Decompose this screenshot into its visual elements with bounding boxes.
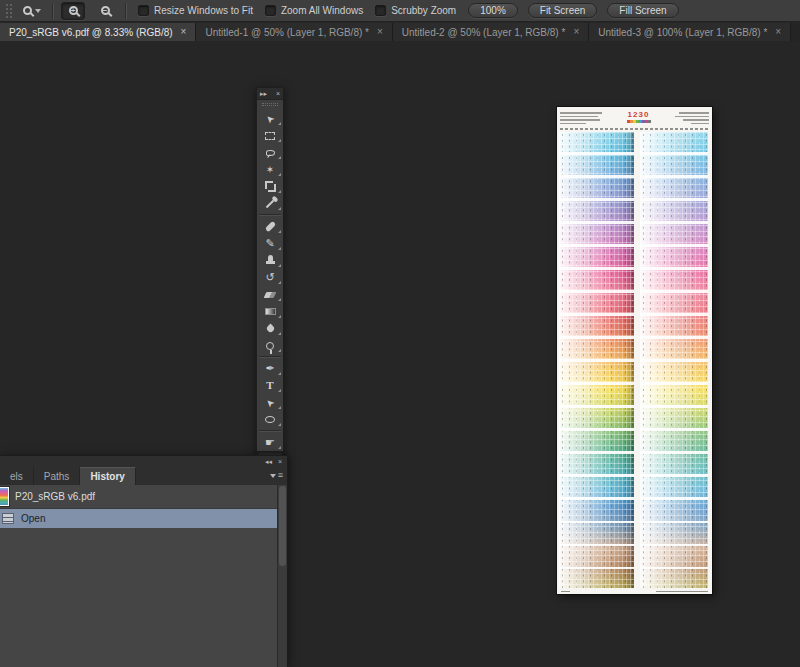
history-state-row[interactable]: Open — [0, 509, 277, 528]
tool-list: ➤✶✎↺✒T➤☛ — [257, 108, 283, 471]
zoom-all-windows-checkbox[interactable] — [265, 5, 276, 16]
lasso-tool-icon — [266, 150, 275, 156]
close-panel-icon[interactable]: × — [276, 90, 280, 97]
close-tab-icon[interactable]: × — [775, 27, 781, 37]
gradient-tool-icon — [265, 308, 276, 315]
blur-tool[interactable] — [257, 320, 283, 337]
dodge-tool[interactable] — [257, 337, 283, 354]
document-page-color-chart[interactable]: 1230 — [557, 107, 712, 594]
document-tab-bar: P20_sRGB v6.pdf @ 8.33% (RGB/8)×Untitled… — [0, 23, 800, 41]
tools-panel-header: ▸▸ × — [257, 88, 283, 100]
document-tab-2[interactable]: Untitled-2 @ 50% (Layer 1, RGB/8) *× — [393, 23, 589, 41]
eraser-tool[interactable] — [257, 286, 283, 303]
document-tab-title: P20_sRGB v6.pdf @ 8.33% (RGB/8) — [9, 27, 173, 38]
zoom-in-icon: + — [69, 6, 78, 15]
panel-tab-history[interactable]: History — [80, 467, 135, 485]
snapshot-thumbnail — [0, 487, 9, 506]
chart-logo-text: 1230 — [628, 111, 650, 119]
close-tab-icon[interactable]: × — [181, 27, 187, 37]
close-panel-icon[interactable]: × — [278, 458, 282, 465]
tools-panel-grip[interactable] — [257, 100, 283, 108]
close-tab-icon[interactable]: × — [573, 27, 579, 37]
separator — [52, 3, 53, 19]
document-tab-title: Untitled-2 @ 50% (Layer 1, RGB/8) * — [402, 27, 566, 38]
scrubby-zoom-checkbox[interactable] — [375, 5, 386, 16]
document-tab-3[interactable]: Untitled-3 @ 100% (Layer 1, RGB/8) *× — [589, 23, 791, 41]
resize-windows-checkbox[interactable] — [138, 5, 149, 16]
document-tab-title: Untitled-3 @ 100% (Layer 1, RGB/8) * — [598, 27, 767, 38]
crop-tool-icon — [266, 182, 275, 191]
collapse-panel-icon[interactable]: ▸▸ — [260, 90, 267, 97]
panel-menu-icon[interactable]: ≡ — [270, 471, 283, 480]
lasso-tool[interactable] — [257, 144, 283, 161]
header-microtext-right — [675, 110, 709, 127]
scrubby-zoom-checkbox-group: Scrubby Zoom — [375, 5, 456, 16]
zoom-100-button[interactable]: 100% — [468, 3, 518, 18]
gradient-tool[interactable] — [257, 303, 283, 320]
pen-tool-icon: ✒ — [265, 363, 274, 374]
type-tool-icon: T — [266, 380, 273, 391]
document-tab-1[interactable]: Untitled-1 @ 50% (Layer 1, RGB/8) *× — [196, 23, 392, 41]
collapse-panel-icon[interactable]: ◂◂ — [265, 458, 272, 465]
history-brush-tool[interactable]: ↺ — [257, 269, 283, 286]
panel-tab-els[interactable]: els — [0, 467, 34, 485]
healing-brush-tool[interactable] — [257, 218, 283, 235]
eyedropper-tool-icon — [266, 199, 274, 207]
marquee-tool-icon — [265, 132, 275, 140]
clone-stamp-tool-icon — [266, 261, 275, 264]
swatch-grid-area — [557, 132, 712, 588]
path-selection-tool-icon: ➤ — [263, 396, 276, 409]
chart-column-header-row — [560, 128, 709, 130]
eyedropper-tool[interactable] — [257, 195, 283, 212]
chart-logo: 1230 — [627, 110, 651, 127]
clone-stamp-tool[interactable] — [257, 252, 283, 269]
hand-tool-icon: ☛ — [265, 437, 275, 448]
zoom-out-button[interactable]: − — [93, 2, 117, 20]
magic-wand-tool[interactable]: ✶ — [257, 161, 283, 178]
pen-tool[interactable]: ✒ — [257, 360, 283, 377]
document-tab-0[interactable]: P20_sRGB v6.pdf @ 8.33% (RGB/8)× — [0, 23, 196, 41]
history-scrollbar[interactable] — [277, 485, 287, 667]
scrollbar-thumb[interactable] — [279, 486, 286, 566]
hand-tool[interactable]: ☛ — [257, 434, 283, 451]
panel-tab-paths[interactable]: Paths — [34, 467, 81, 485]
scrubby-zoom-label: Scrubby Zoom — [391, 5, 456, 16]
options-bar: + − Resize Windows to Fit Zoom All Windo… — [0, 0, 800, 22]
move-tool[interactable]: ➤ — [257, 110, 283, 127]
path-selection-tool[interactable]: ➤ — [257, 394, 283, 411]
healing-brush-tool-icon — [264, 221, 275, 232]
close-tab-icon[interactable]: × — [377, 27, 383, 37]
photoshop-window: + − Resize Windows to Fit Zoom All Windo… — [0, 0, 800, 667]
fill-screen-button[interactable]: Fill Screen — [607, 3, 678, 18]
zoom-tool-preset[interactable] — [20, 4, 44, 17]
document-tab-title: Untitled-1 @ 50% (Layer 1, RGB/8) * — [205, 27, 369, 38]
brush-tool[interactable]: ✎ — [257, 235, 283, 252]
history-panel-body: P20_sRGB v6.pdf Open — [0, 485, 277, 667]
type-tool[interactable]: T — [257, 377, 283, 394]
header-microtext-left — [560, 110, 602, 127]
marquee-tool[interactable] — [257, 127, 283, 144]
shape-tool-icon — [265, 416, 275, 423]
chevron-down-icon — [35, 9, 41, 13]
blur-tool-icon — [265, 324, 275, 334]
options-bar-grip[interactable] — [6, 4, 12, 18]
fit-screen-button[interactable]: Fit Screen — [528, 3, 598, 18]
chart-footer-microtext — [561, 590, 708, 593]
canvas-area[interactable]: 1230 ▸▸ × ➤✶✎↺ — [0, 41, 800, 667]
magnifier-icon — [23, 6, 32, 15]
tools-panel: ▸▸ × ➤✶✎↺✒T➤☛ — [256, 87, 284, 472]
history-snapshot-row[interactable]: P20_sRGB v6.pdf — [0, 485, 277, 509]
swatch-column-left — [559, 132, 634, 588]
dodge-tool-icon — [266, 342, 274, 350]
shape-tool[interactable] — [257, 411, 283, 428]
history-brush-tool-icon: ↺ — [265, 272, 274, 283]
resize-windows-label: Resize Windows to Fit — [154, 5, 253, 16]
zoom-in-button[interactable]: + — [61, 2, 85, 20]
history-state-label: Open — [21, 513, 45, 524]
snapshot-name: P20_sRGB v6.pdf — [15, 491, 95, 502]
crop-tool[interactable] — [257, 178, 283, 195]
history-panel-header: ◂◂ × — [0, 456, 287, 467]
separator — [125, 3, 126, 19]
history-state-icon — [2, 513, 14, 524]
tool-group-divider — [259, 214, 281, 216]
